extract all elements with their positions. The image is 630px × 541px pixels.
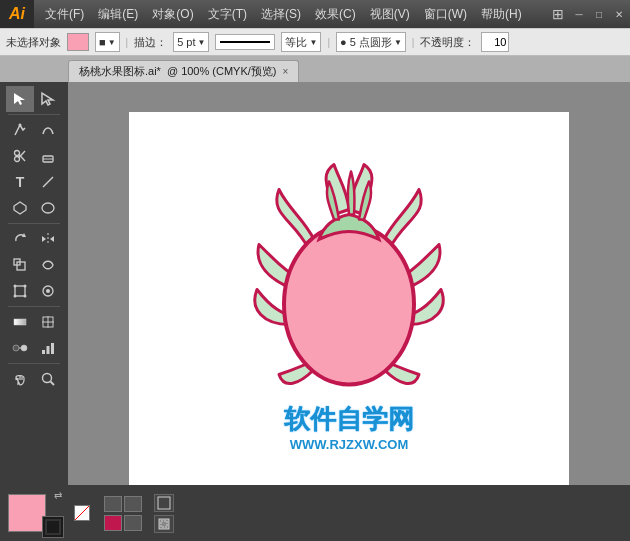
svg-marker-0: [14, 93, 25, 105]
equal-label: 等比: [285, 35, 307, 50]
tool-row-11: [0, 366, 68, 392]
scale-tool[interactable]: [6, 252, 34, 278]
brush-style-arrow: ▼: [394, 38, 402, 47]
separator-2: |: [327, 37, 330, 48]
menu-bar: 文件(F) 编辑(E) 对象(O) 文字(T) 选择(S) 效果(C) 视图(V…: [34, 2, 552, 27]
svg-line-36: [51, 382, 55, 386]
swap-colors-icon[interactable]: ⇄: [54, 490, 62, 501]
stroke-value-dropdown[interactable]: 5 pt ▼: [173, 32, 209, 52]
fill-dropdown[interactable]: ■ ▼: [95, 32, 120, 52]
puppet-warp-tool[interactable]: [34, 278, 62, 304]
tab-title: 杨桃水果图标.ai*: [79, 64, 161, 79]
line-tool[interactable]: [34, 169, 62, 195]
color-mode-gradient[interactable]: [124, 496, 142, 512]
svg-marker-15: [50, 236, 54, 242]
selection-tool[interactable]: [6, 86, 34, 112]
menu-select[interactable]: 选择(S): [254, 2, 308, 27]
curvature-tool[interactable]: [34, 117, 62, 143]
tool-row-8: [0, 278, 68, 304]
tab-close-button[interactable]: ×: [282, 66, 288, 77]
grid-icon: ⊞: [552, 6, 564, 22]
tool-row-6: [0, 226, 68, 252]
document-tab[interactable]: 杨桃水果图标.ai* @ 100% (CMYK/预览) ×: [68, 60, 299, 82]
brush-style-dropdown[interactable]: ● 5 点圆形 ▼: [336, 32, 406, 52]
bottom-panel: ⇄: [0, 485, 630, 541]
draw-behind-button[interactable]: [154, 515, 174, 533]
eraser-tool[interactable]: [34, 143, 62, 169]
tool-separator-2: [8, 223, 60, 224]
artboard: 软件自学网 WWW.RJZXW.COM: [129, 112, 569, 512]
opacity-input[interactable]: [481, 32, 509, 52]
gradient-tool[interactable]: [6, 309, 34, 335]
stroke-preview: [215, 34, 275, 50]
tool-row-7: [0, 252, 68, 278]
brush-style-label: ● 5 点圆形: [340, 35, 392, 50]
warp-tool[interactable]: [34, 252, 62, 278]
rotate-tool[interactable]: [6, 226, 34, 252]
stroke-line: [220, 41, 270, 43]
maximize-button[interactable]: □: [590, 5, 608, 23]
tool-row-3: [0, 143, 68, 169]
menu-edit[interactable]: 编辑(E): [91, 2, 145, 27]
minimize-button[interactable]: ─: [570, 5, 588, 23]
menu-text[interactable]: 文字(T): [201, 2, 254, 27]
free-transform-tool[interactable]: [6, 278, 34, 304]
color-mode-none[interactable]: [124, 515, 142, 531]
column-graph-tool[interactable]: [34, 335, 62, 361]
tool-row-5: [0, 195, 68, 221]
tool-row-10: [0, 335, 68, 361]
tool-separator-3: [8, 306, 60, 307]
svg-rect-38: [158, 497, 170, 509]
color-mode-fill[interactable]: [104, 496, 122, 512]
blend-tool[interactable]: [6, 335, 34, 361]
stroke-value: 5 pt: [177, 36, 195, 48]
menu-window[interactable]: 窗口(W): [417, 2, 474, 27]
menu-object[interactable]: 对象(O): [145, 2, 200, 27]
direct-selection-tool[interactable]: [34, 86, 62, 112]
stroke-color-box[interactable]: [42, 516, 64, 538]
menu-file[interactable]: 文件(F): [38, 2, 91, 27]
drawing-mode-buttons: [154, 494, 174, 533]
svg-point-37: [284, 224, 414, 384]
left-toolbar: T: [0, 82, 68, 541]
no-fill-button[interactable]: [74, 505, 90, 521]
options-bar: 未选择对象 ■ ▼ | 描边： 5 pt ▼ 等比 ▼ | ● 5 点圆形 ▼ …: [0, 28, 630, 56]
svg-line-9: [43, 177, 53, 187]
close-button[interactable]: ✕: [610, 5, 628, 23]
tool-separator-4: [8, 363, 60, 364]
color-red-swatch[interactable]: [104, 515, 122, 531]
pen-tool[interactable]: [6, 117, 34, 143]
shape-tool[interactable]: [6, 195, 34, 221]
fill-icon: ■: [99, 36, 106, 48]
draw-normal-button[interactable]: [154, 494, 174, 512]
svg-point-22: [24, 295, 27, 298]
tab-bar: 杨桃水果图标.ai* @ 100% (CMYK/预览) ×: [0, 56, 630, 82]
zoom-tool[interactable]: [34, 366, 62, 392]
mesh-tool[interactable]: [34, 309, 62, 335]
svg-rect-25: [14, 319, 26, 325]
reflect-tool[interactable]: [34, 226, 62, 252]
menu-effect[interactable]: 效果(C): [308, 2, 363, 27]
svg-point-21: [14, 295, 17, 298]
tool-row-1: [0, 86, 68, 112]
stroke-dropdown-arrow: ▼: [198, 38, 206, 47]
fill-color-swatch[interactable]: [67, 33, 89, 51]
svg-marker-1: [42, 93, 53, 105]
svg-point-35: [43, 374, 52, 383]
color-selector-area: ⇄: [8, 488, 64, 538]
menu-view[interactable]: 视图(V): [363, 2, 417, 27]
scissors-tool[interactable]: [6, 143, 34, 169]
tool-row-9: [0, 309, 68, 335]
separator-3: |: [412, 37, 415, 48]
equal-dropdown[interactable]: 等比 ▼: [281, 32, 321, 52]
stroke-inner: [45, 519, 61, 535]
hand-tool[interactable]: [6, 366, 34, 392]
window-controls: ⊞ ─ □ ✕: [552, 5, 630, 23]
type-icon: T: [16, 174, 25, 190]
main-area: T: [0, 82, 630, 541]
type-tool[interactable]: T: [6, 169, 34, 195]
fill-color-box[interactable]: [8, 494, 46, 532]
svg-point-24: [46, 289, 50, 293]
menu-help[interactable]: 帮助(H): [474, 2, 529, 27]
ellipse-tool[interactable]: [34, 195, 62, 221]
